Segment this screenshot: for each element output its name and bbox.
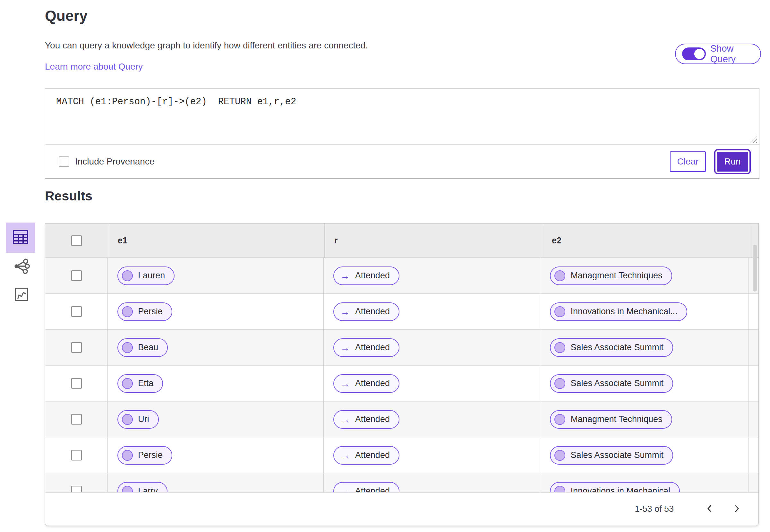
toggle-knob — [694, 49, 705, 59]
relation-label: Attended — [355, 271, 390, 281]
graph-view-button[interactable] — [12, 257, 31, 276]
row-checkbox[interactable] — [71, 414, 82, 425]
entity-pill-e2[interactable]: Sales Associate Summit — [550, 446, 673, 465]
results-title: Results — [45, 189, 92, 204]
entity-label: Beau — [138, 342, 158, 352]
entity-pill-e1[interactable]: Persie — [117, 446, 172, 465]
arrow-right-icon: → — [340, 415, 350, 424]
row-checkbox[interactable] — [71, 450, 82, 460]
query-editor[interactable]: MATCH (e1:Person)-[r]->(e2) RETURN e1,r,… — [45, 89, 759, 145]
relation-pill[interactable]: → Attended — [333, 266, 400, 285]
entity-pill-e1[interactable]: Etta — [117, 374, 163, 393]
entity-node-icon — [122, 414, 133, 425]
entity-pill-e1[interactable]: Beau — [117, 338, 168, 357]
entity-node-icon — [554, 270, 565, 281]
entity-pill-e1[interactable]: Lauren — [117, 266, 174, 285]
arrow-right-icon: → — [340, 307, 350, 317]
table-icon — [13, 230, 29, 246]
relation-label: Attended — [355, 450, 390, 460]
learn-more-link[interactable]: Learn more about Query — [45, 62, 143, 72]
include-provenance-label: Include Provenance — [75, 156, 155, 167]
query-description: You can query a knowledge graph to ident… — [45, 40, 368, 51]
column-header-r: r — [324, 224, 542, 258]
row-checkbox[interactable] — [71, 270, 82, 281]
entity-label: Persie — [138, 450, 163, 460]
entity-label: Sales Associate Summit — [571, 342, 664, 352]
entity-label: Sales Associate Summit — [571, 450, 664, 460]
table-row: Lauren → Attended Managment Techniques — [45, 258, 758, 294]
entity-label: Innovations in Mechanical... — [571, 307, 677, 317]
entity-pill-e1[interactable]: Uri — [117, 410, 159, 429]
clear-button[interactable]: Clear — [670, 151, 706, 172]
row-gutter — [749, 366, 758, 401]
row-gutter — [749, 437, 758, 473]
relation-label: Attended — [355, 307, 390, 317]
entity-node-icon — [122, 342, 133, 353]
query-panel-footer: Include Provenance Clear Run — [45, 145, 759, 179]
previous-page-button[interactable] — [703, 502, 717, 516]
chevron-left-icon — [705, 504, 715, 514]
row-checkbox[interactable] — [71, 306, 82, 317]
results-table: e1 r e2 Lauren → Attended Managment Tech… — [45, 223, 759, 526]
entity-pill-e2[interactable]: Sales Associate Summit — [550, 338, 673, 357]
pagination-range: 1-53 of 53 — [635, 504, 674, 514]
show-query-label: Show Query — [710, 43, 760, 64]
page-title: Query — [45, 7, 88, 24]
entity-label: Sales Associate Summit — [571, 378, 664, 388]
relation-pill[interactable]: → Attended — [333, 446, 400, 465]
entity-node-icon — [122, 378, 133, 389]
entity-node-icon — [122, 306, 133, 317]
table-view-button[interactable] — [6, 223, 35, 253]
table-scrollbar-thumb[interactable] — [753, 245, 757, 291]
entity-node-icon — [554, 450, 565, 461]
row-checkbox[interactable] — [71, 342, 82, 353]
toggle-switch-icon[interactable] — [682, 47, 706, 60]
arrow-right-icon: → — [340, 271, 350, 281]
entity-pill-e2[interactable]: Innovations in Mechanical... — [550, 302, 687, 321]
arrow-right-icon: → — [340, 343, 350, 352]
include-provenance-checkbox[interactable] — [59, 156, 69, 167]
table-body: Lauren → Attended Managment Techniques P… — [45, 258, 758, 509]
relation-pill[interactable]: → Attended — [333, 410, 400, 429]
relation-label: Attended — [355, 342, 390, 352]
table-header: e1 r e2 — [45, 224, 758, 258]
chart-view-button[interactable] — [13, 287, 30, 303]
run-button[interactable]: Run — [717, 152, 748, 172]
entity-node-icon — [554, 414, 565, 425]
relation-pill[interactable]: → Attended — [333, 374, 400, 393]
relation-pill[interactable]: → Attended — [333, 302, 400, 321]
table-footer: 1-53 of 53 — [45, 492, 758, 526]
entity-label: Lauren — [138, 271, 165, 281]
relation-pill[interactable]: → Attended — [333, 338, 400, 357]
entity-node-icon — [122, 270, 133, 281]
chevron-right-icon — [732, 504, 741, 514]
relation-label: Attended — [355, 414, 390, 424]
entity-pill-e2[interactable]: Managment Techniques — [550, 410, 672, 429]
entity-pill-e2[interactable]: Managment Techniques — [550, 266, 672, 285]
table-row: Beau → Attended Sales Associate Summit — [45, 330, 758, 366]
entity-node-icon — [122, 450, 133, 461]
row-gutter — [749, 330, 758, 365]
entity-node-icon — [554, 378, 565, 389]
relation-label: Attended — [355, 378, 390, 388]
table-row: Etta → Attended Sales Associate Summit — [45, 366, 758, 401]
column-header-e2: e2 — [542, 224, 751, 258]
chart-icon — [14, 287, 29, 303]
entity-label: Uri — [138, 414, 149, 424]
show-query-toggle[interactable]: Show Query — [675, 44, 761, 64]
entity-label: Etta — [138, 378, 153, 388]
select-all-checkbox[interactable] — [71, 235, 82, 246]
entity-pill-e1[interactable]: Persie — [117, 302, 172, 321]
entity-label: Managment Techniques — [571, 414, 662, 424]
table-row: Persie → Attended Innovations in Mechani… — [45, 294, 758, 330]
row-checkbox[interactable] — [71, 378, 82, 389]
table-row: Uri → Attended Managment Techniques — [45, 401, 758, 437]
graph-icon — [13, 258, 30, 276]
entity-pill-e2[interactable]: Sales Associate Summit — [550, 374, 673, 393]
entity-node-icon — [554, 342, 565, 353]
next-page-button[interactable] — [730, 502, 744, 516]
table-row: Persie → Attended Sales Associate Summit — [45, 437, 758, 473]
entity-label: Persie — [138, 307, 163, 317]
query-panel: MATCH (e1:Person)-[r]->(e2) RETURN e1,r,… — [45, 89, 759, 179]
arrow-right-icon: → — [340, 379, 350, 388]
